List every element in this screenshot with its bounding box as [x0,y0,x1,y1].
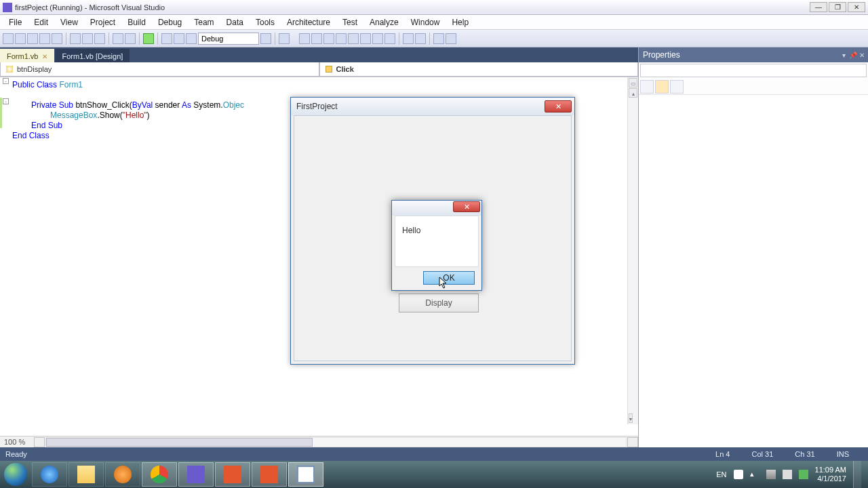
categorized-icon[interactable] [640,80,654,94]
paste-icon[interactable] [94,33,105,44]
menu-debug[interactable]: Debug [152,16,188,28]
scroll-down-icon[interactable]: ▾ [629,413,633,423]
outline-toggle-icon[interactable]: - [3,98,9,104]
zoom-level[interactable]: 100 % [0,438,34,446]
volume-icon[interactable] [783,470,792,479]
show-desktop-button[interactable] [853,461,861,488]
undo-icon[interactable] [113,33,123,44]
menu-project[interactable]: Project [84,16,121,28]
task-visualstudio[interactable] [178,462,214,487]
uncomment-icon[interactable] [415,33,426,44]
menu-data[interactable]: Data [220,16,250,28]
menu-architecture[interactable]: Architecture [281,16,336,28]
display-button[interactable]: Display [399,293,479,312]
toolbox-icon[interactable] [299,33,310,44]
properties-window-icon[interactable] [323,33,334,44]
start-debug-icon[interactable] [143,33,154,44]
app-close-button[interactable]: ✕ [545,100,572,113]
hscroll-track[interactable] [45,437,627,447]
flag-icon[interactable] [734,470,743,479]
menu-edit[interactable]: Edit [28,16,54,28]
battery-icon[interactable] [799,470,808,479]
property-pages-icon[interactable] [670,80,684,94]
task-mediaplayer[interactable] [105,462,140,487]
solution-config-dropdown[interactable]: Debug [198,33,259,45]
open-file-icon[interactable] [27,33,38,44]
code-token: As [182,100,191,110]
comment-icon[interactable] [403,33,414,44]
close-panel-icon[interactable]: ✕ [858,52,865,59]
object-browser-icon[interactable] [348,33,359,44]
method-combo[interactable]: Click [319,62,639,77]
close-button[interactable]: ✕ [848,2,865,12]
menu-file[interactable]: File [3,16,28,28]
messagebox-titlebar[interactable]: ✕ [392,201,481,216]
find-icon[interactable] [279,33,290,44]
menu-tools[interactable]: Tools [250,16,281,28]
menu-test[interactable]: Test [336,16,363,28]
add-item-icon[interactable] [15,33,26,44]
task-ie[interactable] [32,462,67,487]
hscroll-thumb[interactable] [46,438,313,447]
step-out-icon[interactable] [186,33,197,44]
ok-button[interactable]: OK [423,271,475,285]
properties-header[interactable]: Properties ▾ 📌 ✕ [639,47,868,62]
output-icon[interactable] [372,33,383,44]
pin-icon[interactable]: 📌 [849,52,856,59]
error-list-icon[interactable] [360,33,371,44]
scroll-left-icon[interactable] [34,437,45,447]
method-combo-label: Click [336,65,354,73]
alphabetical-icon[interactable] [655,80,669,94]
scroll-right-icon[interactable] [627,437,638,447]
properties-object-combo[interactable] [640,64,867,77]
tab-form1-vb[interactable]: Form1.vb✕ [0,49,54,62]
tray-chevron-icon[interactable]: ▴ [750,470,760,479]
save-all-icon[interactable] [52,33,62,44]
maximize-button[interactable]: ❐ [829,2,846,12]
network-icon[interactable] [766,470,776,479]
save-icon[interactable] [39,33,50,44]
minimize-button[interactable]: — [810,2,827,12]
scroll-up-icon[interactable]: ▴ [629,88,637,98]
step-over-icon[interactable] [174,33,184,44]
messagebox-window[interactable]: ✕ Hello OK [391,200,482,291]
menu-build[interactable]: Build [121,16,152,28]
task-app4[interactable] [252,462,287,487]
redo-icon[interactable] [125,33,136,44]
properties-grid[interactable] [639,95,868,447]
panel-menu-icon[interactable]: ▾ [840,52,848,59]
messagebox-close-button[interactable]: ✕ [453,201,480,212]
tb-dropdown-icon[interactable] [260,33,271,44]
task-chrome[interactable] [142,462,177,487]
solution-explorer-icon[interactable] [311,33,322,44]
vertical-scrollbar[interactable]: ▭ ▴ ▾ [627,77,638,424]
class-view-icon[interactable] [336,33,347,44]
outline-toggle-icon[interactable]: - [3,78,9,84]
tab-order-icon[interactable] [433,33,444,44]
menu-view[interactable]: View [54,16,84,28]
clock-time: 11:09 AM [815,466,846,474]
vs-titlebar[interactable]: firstPoject (Running) - Microsoft Visual… [0,0,868,15]
menu-window[interactable]: Window [405,16,446,28]
cut-icon[interactable] [70,33,81,44]
start-button[interactable] [0,461,31,488]
bookmark-icon[interactable] [446,33,456,44]
vs-logo-icon [3,3,12,12]
step-into-icon[interactable] [161,33,172,44]
task-app3[interactable] [215,462,250,487]
menu-help[interactable]: Help [446,16,475,28]
app-titlebar[interactable]: FirstProject ✕ [291,98,574,115]
language-indicator[interactable]: EN [716,470,726,479]
task-list-icon[interactable] [384,33,395,44]
new-project-icon[interactable] [3,33,14,44]
copy-icon[interactable] [82,33,93,44]
task-running-form[interactable] [288,462,323,487]
tab-form1-design[interactable]: Form1.vb [Design] [55,49,130,62]
clock[interactable]: 11:09 AM 4/1/2017 [815,466,846,483]
class-combo[interactable]: btnDisplay [0,62,319,77]
split-icon[interactable]: ▭ [629,78,637,87]
menu-analyze[interactable]: Analyze [363,16,405,28]
close-tab-icon[interactable]: ✕ [42,53,47,60]
menu-team[interactable]: Team [188,16,220,28]
task-explorer[interactable] [68,462,104,487]
